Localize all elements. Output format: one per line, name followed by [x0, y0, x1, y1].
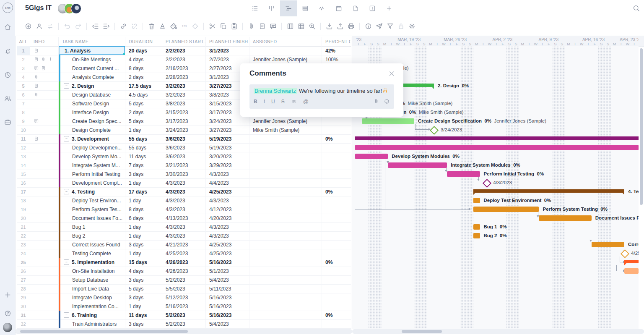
cell-start[interactable]: 5/16/2023	[162, 302, 206, 311]
cell-pct[interactable]	[322, 231, 351, 240]
indent-icon[interactable]	[101, 21, 111, 31]
collapse-toggle[interactable]: −	[64, 189, 69, 194]
cell-start[interactable]: 4/3/2023	[162, 196, 206, 205]
cell-who[interactable]	[249, 231, 322, 240]
settings-icon[interactable]	[407, 21, 417, 31]
cell-finish[interactable]: 3/27/2023	[206, 126, 249, 134]
summary-bar[interactable]	[355, 136, 639, 140]
cell-start[interactable]: 4/3/2023	[162, 187, 206, 196]
task-bar[interactable]	[473, 233, 480, 238]
tab-add-view[interactable]	[381, 0, 397, 16]
cell-dur[interactable]: 20 days	[125, 46, 162, 55]
cell-dur[interactable]: 6 days	[125, 214, 162, 222]
table-row[interactable]: 9Create Design Spec...5 days3/17/20233/2…	[17, 117, 351, 126]
cell-start[interactable]: 4/3/2023	[162, 231, 206, 240]
cell-who[interactable]	[249, 284, 322, 293]
task-name-cell[interactable]: Perform System Tes...	[59, 205, 125, 214]
cell-finish[interactable]: 3/1/2023	[206, 46, 249, 55]
cell-who[interactable]	[249, 161, 322, 170]
team-icon[interactable]	[3, 94, 12, 102]
bold-format-icon[interactable]: B	[254, 99, 257, 105]
cell-start[interactable]: 3/30/2023	[162, 170, 206, 178]
collapse-toggle[interactable]: −	[64, 136, 69, 141]
cell-pct[interactable]	[322, 170, 351, 178]
cell-who[interactable]	[249, 214, 322, 222]
comment-icon[interactable]	[268, 21, 278, 31]
cell-start[interactable]: 2/2/2023	[162, 55, 206, 64]
task-name-cell[interactable]: Deploy Developmen...	[59, 143, 125, 152]
task-name-cell[interactable]: Perform Initial Testing	[59, 170, 125, 178]
cell-who[interactable]	[249, 240, 322, 249]
note-icon[interactable]	[34, 57, 39, 62]
avatar-3[interactable]	[71, 3, 81, 14]
comment-icon[interactable]	[34, 65, 39, 71]
task-name-cell[interactable]: Analysis Complete	[59, 73, 125, 81]
cell-pct[interactable]	[322, 284, 351, 293]
cell-finish[interactable]: 5/16/2023	[206, 258, 249, 267]
cell-dur[interactable]: 1 day	[125, 302, 162, 311]
table-row[interactable]: 29Integrate Desktop3 days5/12/20235/16/2…	[17, 293, 351, 302]
cell-pct[interactable]	[322, 143, 351, 152]
cell-finish[interactable]: 5/1/2023	[206, 267, 249, 275]
task-name-cell[interactable]: Bug 1	[59, 222, 125, 231]
mention-chip[interactable]: Brenna Schwartz	[254, 88, 297, 94]
task-name-cell[interactable]: Train Administrators	[59, 319, 125, 328]
help-icon[interactable]	[3, 309, 12, 317]
cell-start[interactable]: 5/2/2023	[162, 311, 206, 319]
task-bar[interactable]	[473, 207, 539, 212]
cell-finish[interactable]: 5/19/2023	[206, 134, 249, 143]
attach-icon[interactable]	[34, 74, 39, 80]
export-icon[interactable]	[335, 21, 345, 31]
cell-pct[interactable]	[322, 152, 351, 161]
table-row[interactable]: 18Deploy Test Environ...1 day4/3/20234/3…	[17, 196, 351, 205]
table-row[interactable]: 11. Analysis20 days2/2/20233/1/202342%	[17, 46, 351, 55]
cell-dur[interactable]: 4 days	[125, 55, 162, 64]
trash-icon[interactable]	[146, 21, 156, 31]
table-row[interactable]: 2On-Site Meetings4 days2/2/20232/7/2023J…	[17, 55, 351, 64]
column-header-pct[interactable]: PERCENT COMPLETE	[322, 37, 351, 46]
cell-finish[interactable]: 5/16/2023	[206, 311, 249, 319]
cell-start[interactable]: 4/3/2023	[162, 178, 206, 187]
cell-start[interactable]: 3/21/2023	[162, 161, 206, 170]
cell-who[interactable]	[249, 143, 322, 152]
attach-icon[interactable]	[34, 92, 39, 97]
task-name-cell[interactable]: −6. Training	[59, 311, 125, 319]
cell-start[interactable]: 4/3/2023	[162, 222, 206, 231]
print-icon[interactable]	[346, 21, 356, 31]
summary-bar[interactable]	[624, 260, 639, 263]
gantt-vscrollbar-thumb[interactable]	[640, 48, 643, 205]
cell-dur[interactable]: 8 days	[125, 64, 162, 73]
cell-finish[interactable]: 4/3/2023	[206, 196, 249, 205]
search-icon[interactable]	[632, 4, 640, 12]
cell-start[interactable]: 3/6/2023	[162, 143, 206, 152]
task-name-cell[interactable]: Bug 2	[59, 231, 125, 240]
cell-who[interactable]	[249, 205, 322, 214]
cell-finish[interactable]: 4/3/2023	[206, 170, 249, 178]
task-bar[interactable]	[592, 242, 624, 247]
copy-icon[interactable]	[218, 21, 228, 31]
cell-pct[interactable]	[322, 275, 351, 284]
cell-finish[interactable]: 5/16/2023	[206, 293, 249, 302]
cell-who[interactable]	[249, 134, 322, 143]
cell-who[interactable]	[249, 46, 322, 55]
gantt-hscrollbar-thumb[interactable]	[402, 330, 442, 333]
collapse-toggle[interactable]: −	[64, 312, 69, 318]
cell-pct[interactable]	[322, 126, 351, 134]
task-name-cell[interactable]: −5. Implementation	[59, 258, 125, 267]
cell-finish[interactable]: 4/25/2023	[206, 187, 249, 196]
cell-finish[interactable]: 5/11/2023	[206, 284, 249, 293]
cell-who[interactable]	[249, 152, 322, 161]
tab-activity[interactable]	[314, 0, 330, 16]
cell-start[interactable]: 3/8/2023	[162, 99, 206, 108]
table-row[interactable]: 32Train Administrators3 days5/2/20235/4/…	[17, 319, 351, 329]
attach-icon[interactable]	[373, 98, 379, 105]
cell-start[interactable]: 4/25/2023	[162, 249, 206, 258]
summary-bar[interactable]	[473, 189, 624, 193]
cell-start[interactable]: 2/2/2023	[162, 46, 206, 55]
cell-finish[interactable]: 3/24/2023	[206, 117, 249, 126]
cell-dur[interactable]: 3 days	[125, 319, 162, 328]
cell-pct[interactable]	[322, 117, 351, 126]
columns-icon[interactable]	[285, 21, 295, 31]
cell-pct[interactable]	[322, 161, 351, 170]
task-name-cell[interactable]: Design Database	[59, 90, 125, 99]
